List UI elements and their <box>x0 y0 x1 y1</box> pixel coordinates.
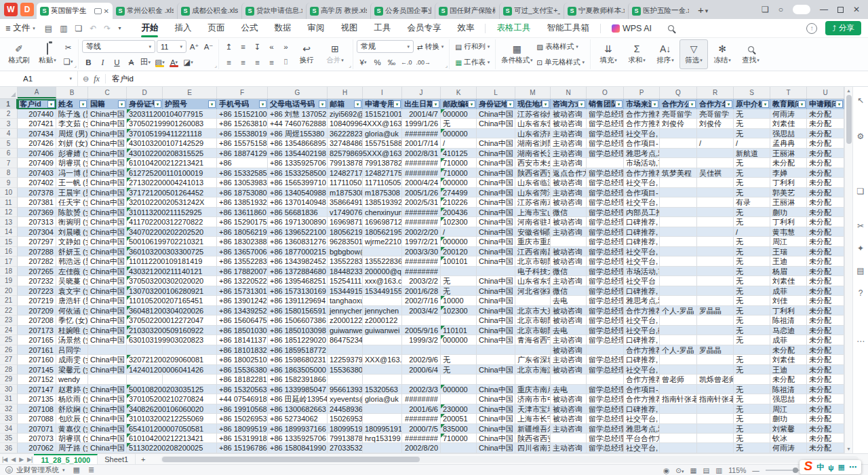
cell[interactable]: 未分配 <box>807 178 844 187</box>
cell[interactable]: +86 1971300890 <box>268 217 328 227</box>
cell[interactable]: 169698712 <box>328 217 363 227</box>
sheet-tab-Sheet1[interactable]: Sheet1 <box>98 454 136 465</box>
cell[interactable]: 无 <box>441 276 477 286</box>
wrap-text-button[interactable]: ↩换行 <box>292 39 321 69</box>
cell[interactable]: 无 <box>734 267 770 276</box>
cell[interactable]: 留学总经理 <box>587 178 624 187</box>
cell[interactable]: +86 18099519 <box>217 424 268 434</box>
cell[interactable]: 000000 <box>441 385 477 394</box>
cell[interactable]: China中国 <box>88 365 127 375</box>
cell[interactable]: China中国 <box>477 217 515 227</box>
cell[interactable]: 无 <box>734 385 770 394</box>
cell[interactable]: +86 1582391866 <box>268 375 328 384</box>
cell[interactable]: / <box>734 227 770 237</box>
cut-button[interactable]: ✂ <box>62 41 75 54</box>
cell[interactable] <box>660 355 697 364</box>
horizontal-scroll-thumb[interactable] <box>162 457 420 462</box>
cell[interactable]: 汤景然 (女) <box>56 335 88 345</box>
cell[interactable]: 梁馨元 (女) <box>56 365 88 375</box>
cell[interactable]: 无 <box>734 404 770 414</box>
row-number[interactable]: 25 <box>0 335 18 345</box>
cell[interactable] <box>441 443 477 453</box>
cell[interactable]: China中国 <box>477 119 515 128</box>
dialog-launcher-icon[interactable]: ⌟ <box>74 62 77 69</box>
cell[interactable]: 平台合作方 <box>624 434 660 443</box>
scissors-icon[interactable]: ✂ <box>854 216 868 235</box>
cell[interactable]: 200120 <box>441 247 477 256</box>
cell[interactable]: China中国 <box>88 256 127 266</box>
cell[interactable]: +44 07546918 <box>217 394 268 404</box>
context-tab-智能工具箱[interactable]: 智能工具箱 <box>538 19 597 38</box>
cell[interactable]: ######## <box>402 267 441 276</box>
cell[interactable]: 周江 <box>770 237 807 246</box>
cell[interactable]: 留学总经理 <box>587 247 624 256</box>
cell[interactable]: 江苏省南京 <box>515 197 551 207</box>
cell[interactable] <box>402 375 441 384</box>
menu-tab-效率[interactable]: 效率 <box>449 19 482 38</box>
sum-button[interactable]: Σ求和▾ <box>623 39 651 69</box>
filter-dropdown-icon[interactable]: ▾ <box>208 100 216 108</box>
cell[interactable]: 吕同学 <box>56 345 88 355</box>
cell[interactable]: 唐浩轩 (男) <box>56 296 88 305</box>
cell[interactable]: 2005/9/16 <box>402 326 441 335</box>
row-number[interactable]: 15 <box>0 237 18 246</box>
cell[interactable]: 274499 <box>441 188 477 197</box>
cell[interactable]: 327484864 <box>328 138 363 148</box>
cell[interactable]: 留学总经理 <box>587 129 624 138</box>
cell[interactable] <box>328 345 363 355</box>
cell[interactable] <box>477 375 515 384</box>
cell[interactable]: 刘佳 <box>770 296 807 305</box>
new-tab-button[interactable]: + <box>698 4 704 16</box>
cell[interactable]: 180995191 <box>363 424 402 434</box>
file-tab[interactable]: S公务员国企事业单位 <box>370 3 435 19</box>
cell[interactable]: 360481200304020026 <box>127 306 217 316</box>
cell[interactable] <box>697 355 734 364</box>
cell[interactable]: 主动咨询 <box>551 158 587 168</box>
cell[interactable]: 王一帆 (男) <box>56 178 88 187</box>
ime-keyboard-icon[interactable]: ▦ <box>838 463 845 472</box>
cell[interactable]: China中国 <box>88 316 127 325</box>
cell[interactable]: 117110505 <box>328 178 363 187</box>
cell[interactable]: 合作项目- <box>624 188 660 197</box>
cell[interactable]: 亮哥留学 <box>697 109 734 119</box>
cell[interactable]: China中国 <box>88 129 127 138</box>
cell[interactable]: 未分配 <box>807 316 844 325</box>
percent-button[interactable]: % <box>371 56 384 69</box>
cell[interactable] <box>515 296 551 305</box>
docer-icon[interactable]: D <box>20 3 34 16</box>
cell[interactable]: 124827175 <box>328 168 363 178</box>
cell[interactable]: 社交平台, <box>624 316 660 325</box>
cell[interactable]: 主动咨询 <box>551 443 587 453</box>
cell[interactable]: China中国 <box>477 109 515 119</box>
filter-header-cell[interactable]: 销售团队▾ <box>587 99 624 109</box>
cell[interactable]: 360103200303300725 <box>127 247 217 256</box>
cell[interactable]: 合作项目- <box>624 138 660 148</box>
cell[interactable] <box>697 365 734 375</box>
menu-tab-工具[interactable]: 工具 <box>366 19 399 38</box>
filter-header-cell[interactable]: 出生日期▾ <box>402 99 441 109</box>
cell[interactable]: 被动咨询 <box>551 365 587 375</box>
cell[interactable]: 留学总经理 <box>587 217 624 227</box>
cell[interactable]: +86 15026953 <box>217 414 268 423</box>
cell[interactable] <box>363 296 402 305</box>
cell[interactable]: 无 <box>734 306 770 316</box>
cell[interactable]: 180995191 <box>328 424 363 434</box>
filter-header-cell[interactable]: 市场来源▾ <box>624 99 660 109</box>
cell[interactable]: +86 13439252 <box>217 306 268 316</box>
cell[interactable]: 610104200212213421 <box>127 158 217 168</box>
cell[interactable]: 180562195 <box>363 227 402 237</box>
file-tab[interactable]: S贷款申请信息.xlsx <box>241 3 306 19</box>
cell[interactable]: 上海市长宁 <box>515 414 551 423</box>
column-header-L[interactable]: L <box>477 87 515 98</box>
cell[interactable]: 口碑推荐, <box>624 286 660 296</box>
cell[interactable]: wjrme2210 <box>363 237 402 246</box>
filter-header-cell[interactable]: 护照号▾ <box>163 99 217 109</box>
cell[interactable]: 雅思考点,雅思 <box>624 149 660 158</box>
cell[interactable]: 27033532 <box>328 443 363 453</box>
column-header-E[interactable]: E <box>163 87 217 98</box>
cell[interactable]: 430102200208315525 <box>127 149 217 158</box>
cell[interactable]: 上海市宝山 <box>515 208 551 217</box>
cell[interactable]: 710000 <box>441 168 477 178</box>
cell[interactable] <box>587 375 624 384</box>
close-tab-icon[interactable]: ✕ <box>104 7 109 15</box>
